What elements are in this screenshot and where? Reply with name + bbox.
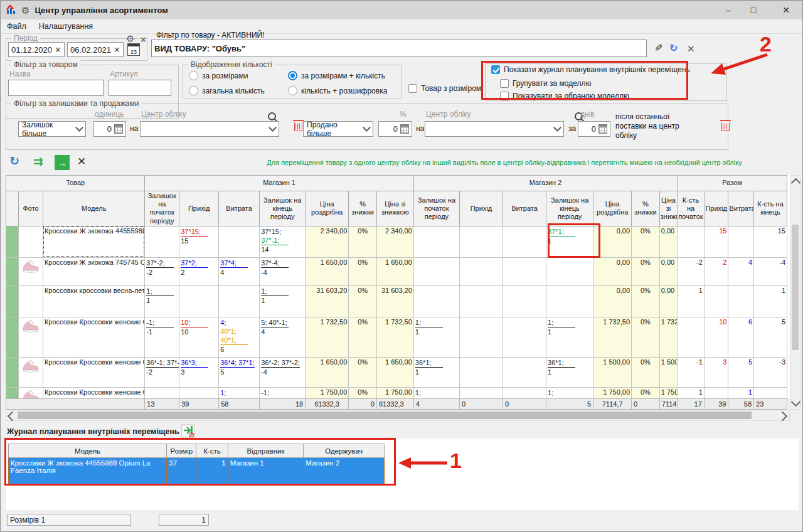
income-cell[interactable]: 10;10 bbox=[179, 317, 219, 357]
stock-start-cell[interactable] bbox=[145, 226, 179, 257]
row-indicator[interactable] bbox=[6, 257, 19, 285]
stock-end-cell[interactable] bbox=[546, 257, 593, 285]
discount-cell[interactable]: 0% bbox=[349, 226, 377, 257]
total-cell[interactable]: 4 bbox=[728, 257, 754, 285]
stock-end-cell[interactable] bbox=[546, 285, 593, 317]
trash-icon-1[interactable] bbox=[294, 122, 302, 131]
total-cell[interactable]: 15 bbox=[754, 226, 787, 257]
price-cell[interactable]: 1 732,50 bbox=[593, 317, 632, 357]
table-row[interactable]: Кроссовки Ж экокожа 745745 Opi37*-2;-237… bbox=[6, 257, 787, 285]
expense-cell[interactable] bbox=[503, 387, 546, 398]
stock-start-cell[interactable]: 36*-1; 37*-1;-2 bbox=[145, 357, 179, 387]
stock-end-cell[interactable]: 37*-4;-4 bbox=[260, 257, 306, 285]
sold-condition-select[interactable]: Продано більше bbox=[303, 121, 373, 137]
income-cell[interactable]: 37*2;2 bbox=[179, 257, 219, 285]
expense-cell[interactable] bbox=[503, 317, 546, 357]
total-cell[interactable]: 5 bbox=[728, 357, 754, 387]
income-cell[interactable] bbox=[459, 226, 503, 257]
stock-start-cell[interactable]: 1;1 bbox=[145, 285, 179, 317]
income-cell[interactable] bbox=[179, 387, 219, 398]
horizontal-scrollbar[interactable] bbox=[6, 410, 790, 421]
discount-cell[interactable]: 0% bbox=[632, 357, 660, 387]
discount-price-cell[interactable]: 1 500,00 bbox=[659, 357, 677, 387]
price-cell[interactable]: 1 732,50 bbox=[306, 317, 349, 357]
photo-cell[interactable] bbox=[19, 257, 43, 285]
price-cell[interactable]: 31 603,20 bbox=[306, 285, 349, 317]
total-cell[interactable]: 5 bbox=[754, 317, 787, 357]
discount-cell[interactable]: 0% bbox=[632, 226, 660, 257]
qty-display-option-1[interactable]: за розмірами + кількість bbox=[288, 71, 385, 80]
row-indicator[interactable] bbox=[6, 357, 19, 387]
stock-end-cell[interactable]: 36*1;1 bbox=[546, 357, 593, 387]
total-cell[interactable]: -2 bbox=[678, 257, 705, 285]
total-cell[interactable]: 1 bbox=[678, 285, 705, 317]
model-cell[interactable]: Кроссовки кроссовки весна-лето bbox=[43, 285, 144, 317]
stock-end-cell[interactable]: 1; bbox=[546, 387, 593, 398]
expense-cell[interactable]: 4;40*1;40*1;6 bbox=[219, 317, 260, 357]
stock-start-cell[interactable]: 1;1 bbox=[413, 317, 459, 357]
discount-price-cell[interactable]: 1 650,00 bbox=[376, 257, 413, 285]
price-cell[interactable]: 0,00 bbox=[593, 226, 632, 257]
journal-model-cell[interactable]: Кроссовки Ж экокожа 44555988 Opium La Fa… bbox=[9, 458, 167, 484]
income-cell[interactable] bbox=[459, 285, 503, 317]
table-row[interactable]: Кроссовки кроссовки весна-лето1;11;131 6… bbox=[6, 285, 787, 317]
size-checkbox[interactable]: Товар з розміром bbox=[408, 84, 481, 93]
close-button[interactable]: ✕ bbox=[774, 1, 799, 19]
total-cell[interactable]: -4 bbox=[754, 257, 787, 285]
trash-icon-2[interactable] bbox=[721, 122, 730, 131]
row-indicator[interactable] bbox=[6, 317, 19, 357]
price-cell[interactable]: 1 650,00 bbox=[306, 257, 349, 285]
discount-price-cell[interactable]: 1 750,00 bbox=[659, 387, 677, 398]
discount-price-cell[interactable]: 31 603,20 bbox=[376, 285, 413, 317]
income-cell[interactable]: 36*3;3 bbox=[179, 357, 219, 387]
date-to-clear-icon[interactable]: ✕ bbox=[114, 45, 120, 55]
discount-price-cell[interactable]: 0,00 bbox=[659, 257, 677, 285]
clear-selection-button[interactable]: ✕ bbox=[77, 155, 86, 168]
model-cell[interactable]: Кроссовки Кроссовки женские Ор bbox=[43, 387, 144, 398]
stock-end-cell[interactable]: -1; bbox=[260, 387, 306, 398]
table-row[interactable]: Кроссовки Кроссовки женские Ор36*-1; 37*… bbox=[6, 357, 787, 387]
total-cell[interactable]: 2 bbox=[704, 257, 728, 285]
refresh-filter-icon[interactable]: ↻ bbox=[669, 42, 678, 54]
date-from-clear-icon[interactable]: ✕ bbox=[55, 45, 61, 55]
scroll-up-icon[interactable] bbox=[791, 178, 801, 188]
vertical-scrollbar[interactable] bbox=[790, 175, 800, 410]
menu-item-0[interactable]: Файл bbox=[1, 21, 33, 32]
total-cell[interactable]: 3 bbox=[704, 357, 728, 387]
journal-qty-cell[interactable]: 1 bbox=[196, 458, 228, 484]
discount-cell[interactable]: 0% bbox=[349, 285, 377, 317]
stock-end-cell[interactable]: 37*1;1 bbox=[546, 226, 593, 257]
expense-cell[interactable] bbox=[503, 357, 546, 387]
income-cell[interactable]: 37*15;15 bbox=[179, 226, 219, 257]
photo-cell[interactable] bbox=[19, 357, 43, 387]
menu-item-1[interactable]: Налаштування bbox=[33, 21, 99, 32]
stock-end-cell[interactable]: 1;1 bbox=[546, 317, 593, 357]
total-cell[interactable]: 10 bbox=[704, 317, 728, 357]
discount-price-cell[interactable]: 1 650,00 bbox=[376, 357, 413, 387]
model-cell[interactable]: Кроссовки Ж экокожа 745745 Opi bbox=[43, 257, 144, 285]
expense-cell[interactable] bbox=[503, 257, 546, 285]
discount-price-cell[interactable]: 2 340,00 bbox=[376, 226, 413, 257]
total-cell[interactable] bbox=[678, 317, 705, 357]
percent-input[interactable]: 0 bbox=[378, 121, 412, 137]
price-cell[interactable]: 0,00 bbox=[593, 285, 632, 317]
days-input[interactable]: 0 bbox=[578, 121, 610, 137]
date-from-input[interactable]: 01.12.2020 ✕ bbox=[8, 42, 65, 57]
edit-pencil-icon[interactable]: ✎ bbox=[654, 42, 662, 54]
total-cell[interactable]: 6 bbox=[728, 317, 754, 357]
model-cell[interactable]: Кроссовки Ж экокожа 44555988 G bbox=[43, 226, 144, 257]
stock-start-cell[interactable] bbox=[145, 387, 179, 398]
stock-start-cell[interactable]: -1;-1 bbox=[145, 317, 179, 357]
journal-option-2[interactable]: Показувати за обраною моделлю bbox=[500, 92, 629, 100]
row-indicator[interactable] bbox=[6, 226, 19, 257]
journal-size-cell[interactable]: 37 bbox=[167, 458, 196, 484]
minimize-button[interactable]: – bbox=[716, 1, 741, 19]
units-input[interactable]: 0 bbox=[93, 121, 126, 137]
model-cell[interactable]: Кроссовки Кроссовки женские Ор bbox=[43, 357, 144, 387]
clear-filter-icon[interactable]: ✕ bbox=[687, 43, 695, 55]
stock-end-cell[interactable]: 36*-2; 37*-2;-4 bbox=[260, 357, 306, 387]
name-input[interactable] bbox=[8, 80, 104, 96]
discount-cell[interactable]: 0% bbox=[632, 285, 660, 317]
expense-cell[interactable]: 37*4;4 bbox=[219, 257, 260, 285]
photo-cell[interactable] bbox=[19, 226, 43, 257]
